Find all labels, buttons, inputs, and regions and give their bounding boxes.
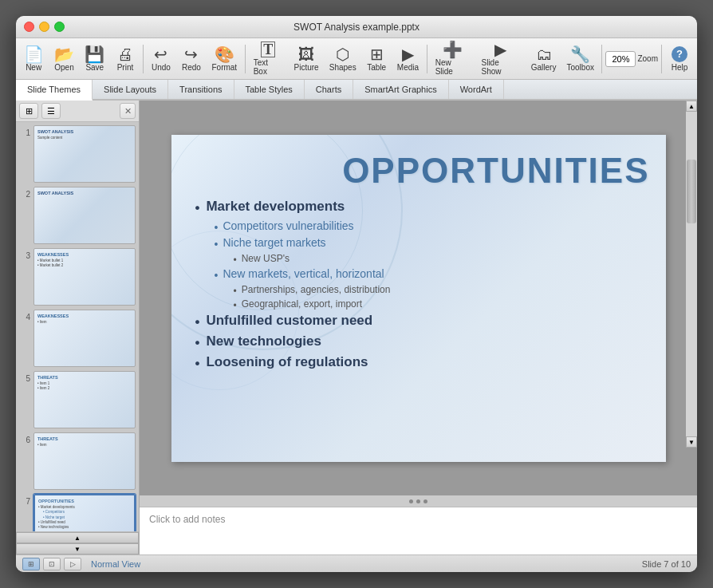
slideshow-button[interactable]: ▶ Slide Show <box>476 40 525 77</box>
slide-number: 4 <box>19 313 30 322</box>
newslide-button[interactable]: ➕ New Slide <box>431 40 475 77</box>
list-item[interactable]: 5 THREATS • Item 1 • Item 2 <box>19 371 136 428</box>
toolbar: 📄 New 📂 Open 💾 Save 🖨 Print ↩ Undo ↪ Red… <box>16 38 697 80</box>
panel-scroll-area: ▲ ▼ <box>16 531 139 554</box>
bullet-dot: • <box>234 286 237 297</box>
scroll-down-btn[interactable]: ▼ <box>686 436 697 448</box>
thumb-content: • Item 2 <box>37 386 132 391</box>
notes-area[interactable]: Click to add notes <box>140 507 697 554</box>
thumb-title: THREATS <box>37 375 132 380</box>
tab-wordart[interactable]: WordArt <box>449 80 504 99</box>
sep-5 <box>661 45 662 73</box>
list-item[interactable]: 6 THREATS • Item <box>19 432 136 490</box>
slide-number: 5 <box>19 374 30 383</box>
slide-panel-toolbar: ⊞ ☰ ✕ <box>16 101 139 122</box>
new-button[interactable]: 📄 New <box>19 45 48 73</box>
zoom-input[interactable] <box>605 51 636 67</box>
bullet-item: • Niche target markets <box>215 236 650 251</box>
list-item[interactable]: 2 SWOT ANALYSIS <box>19 187 136 244</box>
shapes-button[interactable]: ⬡ Shapes <box>325 45 360 73</box>
list-item[interactable]: 4 WEAKNESSES • Item <box>19 310 136 367</box>
h-scroll-area <box>140 495 697 507</box>
slide-sorter-btn[interactable]: ⊡ <box>43 558 61 570</box>
bullet-text: Geographical, export, import <box>242 298 362 310</box>
media-button[interactable]: ▶ Media <box>392 45 423 73</box>
slideshow-icon: ▶ <box>494 41 506 57</box>
bullet-dot: • <box>215 269 219 282</box>
shapes-icon: ⬡ <box>336 46 349 62</box>
tab-slide-layouts[interactable]: Slide Layouts <box>93 80 168 99</box>
tab-transitions[interactable]: Transitions <box>168 80 234 99</box>
slide-canvas: OPPORTUNITIES • Market developments • Co… <box>171 135 666 462</box>
toolbox-button[interactable]: 🔧 Toolbox <box>562 45 599 73</box>
view-label: Normal View <box>91 559 140 569</box>
bullet-dot: • <box>215 238 219 251</box>
table-icon: ⊞ <box>370 46 384 62</box>
open-button[interactable]: 📂 Open <box>49 45 78 73</box>
normal-view-btn[interactable]: ⊞ <box>22 558 40 570</box>
save-button[interactable]: 💾 Save <box>81 45 109 73</box>
panel-close-btn[interactable]: ✕ <box>120 103 136 119</box>
close-button[interactable] <box>24 22 34 32</box>
textbox-icon: T <box>261 41 275 57</box>
thumb-title: SWOT ANALYSIS <box>37 129 132 134</box>
slide-thumbnail[interactable]: THREATS • Item <box>33 432 136 490</box>
panel-grid-btn[interactable]: ⊞ <box>19 103 38 119</box>
table-button[interactable]: ⊞ Table <box>362 45 391 73</box>
tab-charts[interactable]: Charts <box>305 80 353 99</box>
gallery-label: Gallery <box>531 63 557 72</box>
picture-button[interactable]: 🖼 Picture <box>290 45 323 73</box>
help-label: Help <box>672 63 688 72</box>
print-button[interactable]: 🖨 Print <box>111 45 140 73</box>
bullet-item: • Competitors vulnerabilities <box>215 219 650 234</box>
panel-scroll-down[interactable]: ▼ <box>16 543 139 554</box>
slide-thumbnail[interactable]: WEAKNESSES • Market bullet 1 • Market bu… <box>33 248 136 306</box>
gallery-button[interactable]: 🗂 Gallery <box>526 45 561 73</box>
sep-4 <box>601 45 602 73</box>
gallery-icon: 🗂 <box>536 46 552 62</box>
bullet-item: • Loosening of regulations <box>195 354 650 372</box>
title-bar: SWOT Analysis example.pptx <box>16 16 697 38</box>
undo-button[interactable]: ↩ Undo <box>147 45 175 73</box>
slide-thumbnail[interactable]: THREATS • Item 1 • Item 2 <box>33 371 136 428</box>
scroll-thumb[interactable] <box>687 160 696 223</box>
redo-icon: ↪ <box>184 46 198 62</box>
app-window: SWOT Analysis example.pptx 📄 New 📂 Open … <box>16 16 697 572</box>
list-item[interactable]: 7 OPPORTUNITIES • Market developments • … <box>19 494 136 531</box>
tab-slide-themes[interactable]: Slide Themes <box>16 80 93 101</box>
presentation-btn[interactable]: ▷ <box>64 558 81 570</box>
panel-scroll-up[interactable]: ▲ <box>16 532 139 543</box>
thumb-content: • New technologies <box>38 525 131 530</box>
list-item[interactable]: 3 WEAKNESSES • Market bullet 1 • Market … <box>19 248 136 306</box>
canvas-scrollbar: ▲ ▼ <box>686 101 697 448</box>
tab-smartart[interactable]: SmartArt Graphics <box>353 80 448 99</box>
bullet-dot: • <box>195 314 200 330</box>
table-label: Table <box>367 63 386 72</box>
bullet-dot: • <box>195 335 200 351</box>
slide-thumbnail[interactable]: WEAKNESSES • Item <box>33 310 136 367</box>
redo-button[interactable]: ↪ Redo <box>177 45 206 73</box>
thumb-title: THREATS <box>37 436 132 441</box>
slide-thumbnail[interactable]: SWOT ANALYSIS <box>33 187 136 244</box>
undo-icon: ↩ <box>154 46 167 62</box>
slide-thumbnail-selected[interactable]: OPPORTUNITIES • Market developments • Co… <box>33 494 136 531</box>
tab-table-styles[interactable]: Table Styles <box>234 80 305 99</box>
maximize-button[interactable] <box>54 22 65 32</box>
help-button[interactable]: ? Help <box>665 45 694 73</box>
scroll-dot <box>409 499 413 503</box>
slide-thumbnail[interactable]: SWOT ANALYSIS Sample content <box>33 125 136 183</box>
scroll-dot <box>423 499 427 503</box>
bullet-text: Partnerships, agencies, distribution <box>242 284 391 295</box>
bullet-dot: • <box>234 300 237 311</box>
picture-icon: 🖼 <box>298 46 314 62</box>
bullet-item: • Market developments <box>195 199 650 216</box>
thumb-content: • Market bullet 2 <box>37 263 132 268</box>
minimize-button[interactable] <box>39 22 49 32</box>
list-item[interactable]: 1 SWOT ANALYSIS Sample content <box>19 125 136 183</box>
slides-list[interactable]: 1 SWOT ANALYSIS Sample content 2 SWOT AN… <box>16 122 139 531</box>
textbox-button[interactable]: T Text Box <box>249 40 288 77</box>
slide-number: 3 <box>19 251 30 260</box>
scroll-up-btn[interactable]: ▲ <box>686 101 697 112</box>
format-button[interactable]: 🎨 Format <box>207 45 242 73</box>
panel-list-btn[interactable]: ☰ <box>41 103 61 119</box>
